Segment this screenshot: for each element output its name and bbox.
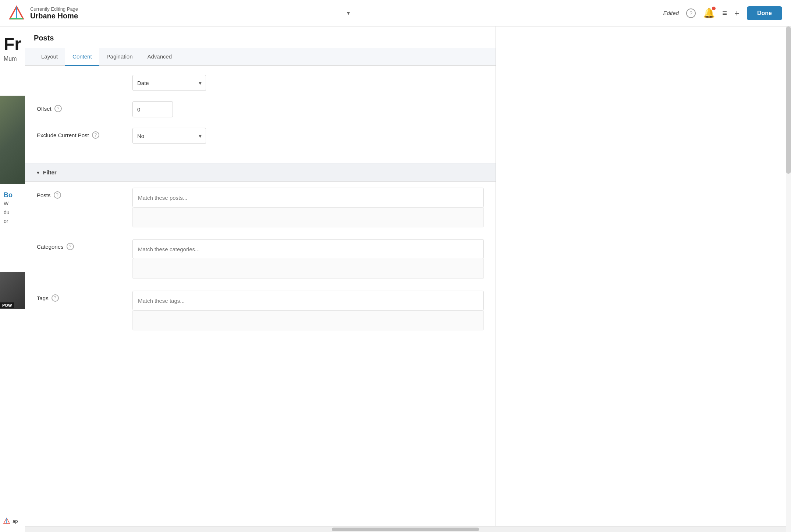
bg-pow-badge-area: POW — [0, 302, 25, 308]
offset-label: Offset ? — [37, 101, 132, 112]
tags-help-symbol: ? — [54, 295, 56, 301]
pow-badge: POW — [0, 302, 14, 308]
filter-header[interactable]: ▾ Filter — [25, 163, 496, 181]
tab-content[interactable]: Content — [65, 48, 99, 66]
tags-filter-row: Tags ? — [37, 291, 484, 330]
header-subtitle: Currently Editing Page — [30, 6, 343, 12]
list-icon-symbol: ≡ — [722, 8, 727, 18]
form-section-top: Date Title Modified Menu Order Random Of… — [25, 66, 496, 163]
tags-label-text: Tags — [37, 295, 49, 301]
header-title: Urbane Home — [30, 12, 343, 20]
help-question-mark: ? — [689, 10, 692, 16]
categories-help-icon[interactable]: ? — [67, 243, 74, 250]
panel-scrollbar-thumb — [786, 26, 791, 174]
filter-body: Posts ? Categories ? — [25, 182, 496, 339]
edited-label: Edited — [663, 10, 679, 16]
panel-scrollbar[interactable] — [786, 26, 791, 532]
date-label — [37, 75, 132, 78]
panel-title: Posts — [34, 34, 487, 42]
posts-filter-spacer — [132, 208, 484, 227]
list-icon[interactable]: ≡ — [722, 8, 727, 18]
filter-chevron-icon: ▾ — [37, 170, 39, 175]
header-actions: Edited ? 🔔 ≡ + Done — [663, 6, 782, 20]
date-row: Date Title Modified Menu Order Random — [37, 75, 484, 91]
bg-bottom-logo: ap — [0, 517, 25, 525]
panel-header: Posts — [25, 26, 496, 48]
categories-filter-input[interactable] — [132, 239, 484, 259]
plus-symbol: + — [734, 8, 739, 18]
tab-pagination[interactable]: Pagination — [99, 48, 140, 66]
posts-filter-input[interactable] — [132, 188, 484, 208]
tags-filter-label: Tags ? — [37, 291, 132, 302]
offset-label-text: Offset — [37, 106, 52, 112]
posts-label-text: Posts — [37, 192, 51, 198]
notification-bell[interactable]: 🔔 — [703, 7, 715, 19]
top-header: Currently Editing Page Urbane Home ▾ Edi… — [0, 0, 791, 26]
bottom-logo-icon — [3, 517, 10, 525]
exclude-current-post-label: Exclude Current Post ? — [37, 128, 132, 139]
settings-panel: Posts Layout Content Pagination Advanced… — [25, 26, 496, 532]
bg-subheading: Mum — [0, 54, 25, 64]
filter-section: ▾ Filter — [25, 163, 496, 182]
bg-desc-du: du — [0, 208, 25, 217]
bg-image-1 — [0, 96, 25, 184]
header-help-icon[interactable]: ? — [686, 8, 696, 18]
tab-layout[interactable]: Layout — [34, 48, 65, 66]
posts-help-symbol: ? — [56, 192, 58, 198]
date-select[interactable]: Date Title Modified Menu Order Random — [132, 75, 206, 91]
categories-filter-control — [132, 239, 484, 279]
header-chevron-icon[interactable]: ▾ — [347, 10, 350, 17]
tags-filter-control — [132, 291, 484, 330]
filter-title: Filter — [43, 169, 57, 175]
tags-filter-input[interactable] — [132, 291, 484, 311]
exclude-current-post-row: Exclude Current Post ? No Yes — [37, 128, 484, 144]
exclude-help-symbol: ? — [94, 132, 97, 138]
offset-row: Offset ? — [37, 101, 484, 117]
categories-filter-row: Categories ? — [37, 239, 484, 279]
date-control: Date Title Modified Menu Order Random — [132, 75, 484, 91]
done-button[interactable]: Done — [747, 6, 782, 20]
exclude-current-post-control: No Yes — [132, 128, 484, 144]
exclude-label-text: Exclude Current Post — [37, 132, 89, 138]
bg-desc-w: W — [0, 199, 25, 208]
bg-desc-or: or — [0, 217, 25, 226]
categories-label-text: Categories — [37, 244, 64, 250]
bg-heading: Fr — [0, 26, 25, 54]
categories-filter-label: Categories ? — [37, 239, 132, 250]
posts-help-icon[interactable]: ? — [54, 191, 61, 199]
exclude-current-post-select[interactable]: No Yes — [132, 128, 206, 144]
tags-help-icon[interactable]: ? — [52, 294, 59, 302]
tags-filter-spacer — [132, 311, 484, 330]
offset-input[interactable] — [132, 101, 173, 117]
exclude-select-wrapper: No Yes — [132, 128, 206, 144]
bg-app-label: ap — [13, 518, 18, 524]
posts-filter-control — [132, 188, 484, 227]
plus-icon[interactable]: + — [734, 8, 739, 18]
bg-link-text: Bo — [0, 191, 25, 199]
app-logo[interactable] — [9, 6, 24, 21]
offset-help-icon[interactable]: ? — [54, 105, 62, 112]
panel-tabs: Layout Content Pagination Advanced — [25, 48, 496, 66]
bg-visible-content: Fr Mum — [0, 26, 25, 64]
logo-svg — [9, 6, 24, 21]
posts-filter-row: Posts ? — [37, 188, 484, 227]
date-select-wrapper: Date Title Modified Menu Order Random — [132, 75, 206, 91]
tab-advanced[interactable]: Advanced — [140, 48, 180, 66]
offset-control — [132, 101, 484, 117]
bg-image-1-inner — [0, 96, 25, 184]
panel-body: Date Title Modified Menu Order Random Of… — [25, 66, 496, 532]
bottom-scrollbar[interactable] — [25, 526, 786, 532]
offset-help-symbol: ? — [57, 106, 59, 111]
bottom-scrollbar-thumb — [332, 528, 479, 531]
categories-help-symbol: ? — [69, 244, 71, 249]
notification-dot — [712, 7, 716, 10]
bg-link-area: Bo W du or — [0, 191, 25, 226]
exclude-help-icon[interactable]: ? — [92, 131, 99, 139]
categories-filter-spacer — [132, 259, 484, 279]
header-page-info: Currently Editing Page Urbane Home — [30, 6, 343, 20]
posts-filter-label: Posts ? — [37, 188, 132, 199]
